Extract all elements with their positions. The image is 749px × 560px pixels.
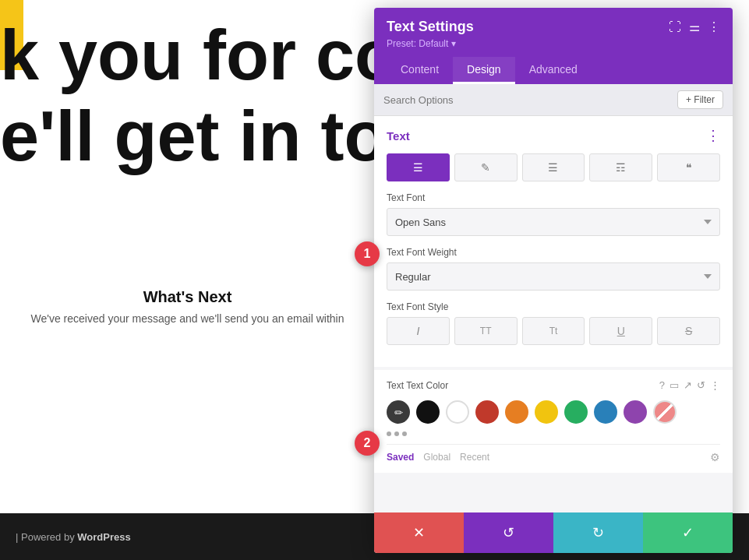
tab-advanced[interactable]: Advanced — [515, 57, 592, 84]
footer-powered-text: | Powered by WordPress — [16, 531, 131, 543]
redo-icon: ↻ — [592, 524, 604, 541]
save-icon: ✓ — [682, 524, 694, 541]
panel-preset[interactable]: Preset: Default — [387, 38, 720, 49]
color-header-icons: ? ▭ ↗ ↺ ⋮ — [659, 379, 720, 391]
dot-2 — [394, 431, 399, 436]
text-font-label: Text Font — [387, 192, 720, 203]
color-picker-swatch[interactable] — [387, 400, 410, 424]
panel-footer: ✕ ↺ ↻ ✓ — [374, 512, 733, 553]
undo-icon: ↺ — [503, 524, 514, 541]
cursor-icon[interactable]: ↗ — [684, 379, 692, 391]
panel-body: + Filter Text ⋮ ☰ ✎ ☰ ☶ ❝ Text Font Open… — [374, 84, 733, 512]
dot-1 — [387, 431, 391, 436]
color-tab-gear-icon[interactable]: ⚙ — [710, 451, 720, 463]
tab-design[interactable]: Design — [453, 57, 515, 84]
text-font-style-group: Text Font Style I TT Tt U S — [387, 301, 720, 345]
panel-title: Text Settings — [387, 19, 474, 35]
text-font-style-label: Text Font Style — [387, 301, 720, 312]
color-more-dots[interactable] — [387, 431, 720, 436]
search-input[interactable] — [383, 94, 677, 106]
color-label: Text Text Color — [387, 380, 448, 391]
color-tab-saved[interactable]: Saved — [387, 452, 414, 463]
undo-button[interactable]: ↺ — [464, 512, 553, 553]
italic-button[interactable]: I — [387, 317, 450, 345]
underline-button[interactable]: U — [589, 317, 652, 345]
text-section-more-icon[interactable]: ⋮ — [706, 127, 720, 144]
text-section-header: Text ⋮ — [387, 127, 720, 144]
swatch-black[interactable] — [416, 400, 440, 424]
swatch-red[interactable] — [475, 400, 499, 424]
tab-content[interactable]: Content — [387, 57, 453, 84]
swatch-orange[interactable] — [505, 400, 528, 424]
redo-button[interactable]: ↻ — [553, 512, 643, 553]
strikethrough-button[interactable]: S — [657, 317, 720, 345]
swatch-blue[interactable] — [594, 400, 617, 424]
cancel-icon: ✕ — [413, 524, 425, 541]
uppercase-button[interactable]: TT — [454, 317, 518, 345]
quote-button[interactable]: ❝ — [657, 153, 720, 181]
panel-header: Text Settings ⛶ ⚌ ⋮ Preset: Default Cont… — [374, 8, 733, 84]
color-tab-global[interactable]: Global — [423, 452, 450, 463]
color-section: Text Text Color ? ▭ ↗ ↺ ⋮ — [374, 370, 733, 473]
text-font-weight-select[interactable]: Regular Thin Light Medium Bold — [387, 262, 720, 291]
whats-next-section: What's Next We've received your message … — [0, 288, 375, 325]
reset-icon[interactable]: ↺ — [697, 379, 705, 391]
text-font-group: Text Font Open Sans Roboto Lato Montserr… — [387, 192, 720, 236]
columns-icon[interactable]: ⚌ — [689, 19, 700, 34]
device-icon[interactable]: ▭ — [670, 379, 679, 391]
text-font-weight-label: Text Font Weight — [387, 247, 720, 258]
swatch-purple[interactable] — [624, 400, 647, 424]
text-section-title: Text — [387, 129, 410, 143]
color-swatches — [387, 400, 720, 424]
align-buttons-group: ☰ ✎ ☰ ☶ ❝ — [387, 153, 720, 181]
options-icon[interactable]: ⋮ — [710, 379, 720, 391]
color-tab-recent[interactable]: Recent — [460, 452, 489, 463]
panel-tabs: Content Design Advanced — [387, 57, 720, 84]
expand-icon[interactable]: ⛶ — [669, 20, 681, 34]
titlecase-button[interactable]: Tt — [522, 317, 585, 345]
style-buttons-group: I TT Tt U S — [387, 317, 720, 345]
swatch-none[interactable] — [653, 400, 677, 424]
text-section: Text ⋮ ☰ ✎ ☰ ☶ ❝ Text Font Open Sans Rob… — [374, 116, 733, 367]
text-settings-panel: Text Settings ⛶ ⚌ ⋮ Preset: Default Cont… — [374, 8, 733, 553]
align-list-button[interactable]: ☰ — [522, 153, 585, 181]
save-button[interactable]: ✓ — [643, 512, 733, 553]
align-left-button[interactable]: ☰ — [387, 153, 450, 181]
panel-header-top: Text Settings ⛶ ⚌ ⋮ — [387, 19, 720, 35]
align-pen-button[interactable]: ✎ — [454, 153, 518, 181]
swatch-green[interactable] — [564, 400, 588, 424]
color-tabs: Saved Global Recent ⚙ — [387, 444, 720, 463]
text-font-weight-group: Text Font Weight Regular Thin Light Medi… — [387, 247, 720, 291]
whats-next-desc: We've received your message and we'll se… — [0, 312, 375, 325]
search-bar: + Filter — [374, 84, 733, 116]
color-header: Text Text Color ? ▭ ↗ ↺ ⋮ — [387, 379, 720, 391]
align-indent-button[interactable]: ☶ — [589, 153, 652, 181]
help-icon[interactable]: ? — [659, 379, 665, 391]
swatch-yellow[interactable] — [535, 400, 558, 424]
panel-header-icons: ⛶ ⚌ ⋮ — [669, 19, 720, 34]
swatch-white[interactable] — [446, 400, 469, 424]
cancel-button[interactable]: ✕ — [374, 512, 464, 553]
filter-button[interactable]: + Filter — [677, 90, 723, 109]
dot-3 — [402, 431, 407, 436]
step-indicator-1: 1 — [355, 241, 380, 266]
more-icon[interactable]: ⋮ — [708, 19, 720, 34]
text-font-select[interactable]: Open Sans Roboto Lato Montserrat — [387, 208, 720, 236]
step-indicator-2: 2 — [355, 431, 380, 456]
whats-next-title: What's Next — [0, 288, 375, 306]
